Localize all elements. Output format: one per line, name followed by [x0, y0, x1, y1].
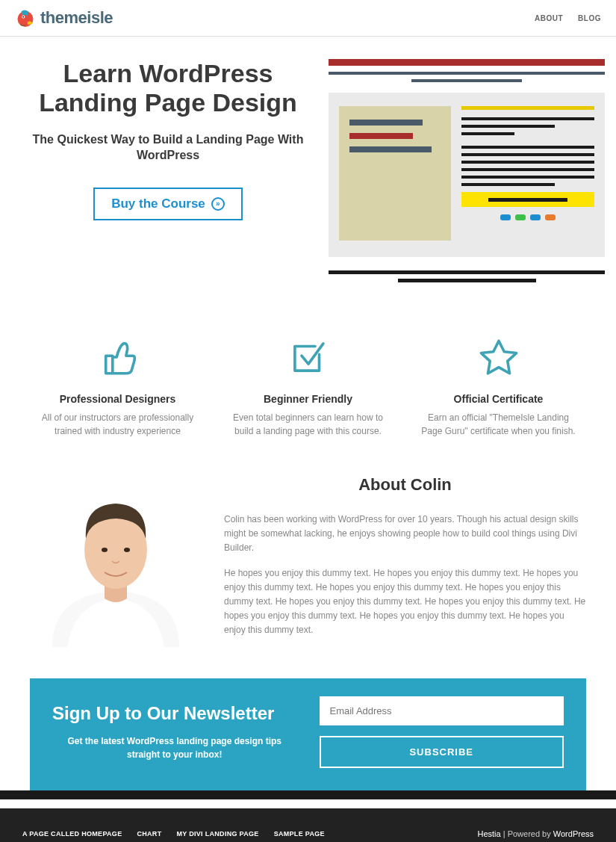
nav-blog[interactable]: BLOG — [578, 14, 601, 22]
logo[interactable]: themeisle — [15, 7, 113, 28]
themeisle-parrot-icon — [15, 7, 36, 28]
about-paragraph-2: He hopes you enjoy this dummy text. He h… — [224, 566, 586, 638]
footer-links: A PAGE CALLED HOMEPAGE CHART MY DIVI LAN… — [22, 830, 325, 838]
feature-title: Beginner Friendly — [220, 393, 396, 405]
footer-link-sample[interactable]: SAMPLE PAGE — [274, 830, 325, 838]
star-icon — [476, 335, 521, 380]
about-section: About Colin Colin has been working with … — [0, 475, 616, 678]
about-paragraph-1: Colin has been working with WordPress fo… — [224, 513, 586, 556]
buy-course-button[interactable]: Buy the Course » — [93, 188, 243, 220]
logo-text: themeisle — [40, 8, 113, 28]
feature-desc: All of our instructors are professionall… — [30, 411, 205, 438]
svg-point-2 — [22, 16, 24, 18]
feature-professional-designers: Professional Designers All of our instru… — [30, 335, 205, 438]
hero-illustration — [329, 59, 605, 282]
buy-course-label: Buy the Course — [111, 196, 205, 211]
hero-section: Learn WordPress Landing Page Design The … — [0, 37, 616, 312]
footer-link-chart[interactable]: CHART — [137, 830, 161, 838]
feature-title: Official Certificate — [411, 393, 586, 405]
svg-point-5 — [124, 548, 130, 552]
newsletter-section: Sign Up to Our Newsletter Get the latest… — [30, 678, 586, 790]
footer-link-homepage[interactable]: A PAGE CALLED HOMEPAGE — [22, 830, 122, 838]
hero-title: Learn WordPress Landing Page Design — [30, 59, 306, 117]
chevron-right-circle-icon: » — [211, 197, 225, 211]
about-content: About Colin Colin has been working with … — [224, 475, 586, 648]
avatar-image — [30, 475, 202, 647]
newsletter-tagline: Get the latest WordPress landing page de… — [52, 734, 297, 761]
footer: A PAGE CALLED HOMEPAGE CHART MY DIVI LAN… — [0, 808, 616, 843]
newsletter-title: Sign Up to Our Newsletter — [52, 703, 297, 724]
feature-title: Professional Designers — [30, 393, 205, 405]
hero-subtitle: The Quickest Way to Build a Landing Page… — [30, 132, 306, 164]
svg-point-4 — [102, 548, 108, 552]
email-field[interactable] — [320, 696, 564, 725]
subscribe-button[interactable]: SUBSCRIBE — [320, 736, 564, 768]
feature-official-certificate: Official Certificate Earn an official "T… — [411, 335, 586, 438]
newsletter-content: Sign Up to Our Newsletter Get the latest… — [52, 703, 297, 761]
newsletter-form: SUBSCRIBE — [320, 696, 564, 768]
footer-platform-link[interactable]: WordPress — [553, 829, 594, 838]
nav-about[interactable]: ABOUT — [535, 14, 563, 22]
footer-credit: Hestia | Powered by WordPress — [477, 829, 594, 838]
header: themeisle ABOUT BLOG — [0, 0, 616, 37]
about-photo — [30, 475, 202, 647]
footer-divider — [0, 790, 616, 799]
feature-desc: Earn an official "ThemeIsle Landing Page… — [411, 411, 586, 438]
hero-content: Learn WordPress Landing Page Design The … — [30, 59, 306, 220]
check-box-icon — [286, 335, 331, 380]
page-mockup-illustration — [329, 59, 605, 282]
footer-credit-sep: | Powered by — [501, 829, 553, 838]
feature-beginner-friendly: Beginner Friendly Even total beginners c… — [220, 335, 396, 438]
footer-theme-link[interactable]: Hestia — [477, 829, 500, 838]
footer-link-divi[interactable]: MY DIVI LANDING PAGE — [176, 830, 258, 838]
features-section: Professional Designers All of our instru… — [0, 312, 616, 475]
about-title: About Colin — [224, 475, 586, 495]
feature-desc: Even total beginners can learn how to bu… — [220, 411, 396, 438]
nav: ABOUT BLOG — [535, 14, 601, 22]
thumbs-up-icon — [96, 335, 140, 380]
